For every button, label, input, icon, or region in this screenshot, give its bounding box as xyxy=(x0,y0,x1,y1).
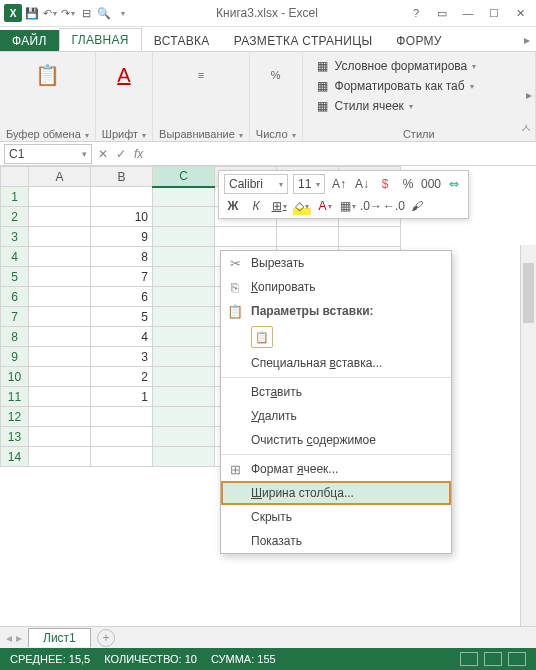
alignment-icon[interactable]: ≡ xyxy=(185,59,217,91)
ribbon-display-icon[interactable]: ▭ xyxy=(430,5,454,21)
cell-B2[interactable]: 10 xyxy=(91,207,153,227)
tab-page-layout[interactable]: РАЗМЕТКА СТРАНИЦЫ xyxy=(222,30,385,51)
row-header-12[interactable]: 12 xyxy=(1,407,29,427)
merge-icon[interactable]: ⇔ xyxy=(445,175,463,193)
cell-B4[interactable]: 8 xyxy=(91,247,153,267)
conditional-formatting[interactable]: ▦Условное форматирова▾ xyxy=(313,57,479,75)
row-header-2[interactable]: 2 xyxy=(1,207,29,227)
cell-A12[interactable] xyxy=(29,407,91,427)
cell-B6[interactable]: 6 xyxy=(91,287,153,307)
cell-A4[interactable] xyxy=(29,247,91,267)
row-header-6[interactable]: 6 xyxy=(1,287,29,307)
name-box[interactable]: C1▾ xyxy=(4,144,92,164)
cell-B3[interactable]: 9 xyxy=(91,227,153,247)
view-normal-icon[interactable] xyxy=(460,652,478,666)
bold-icon[interactable]: Ж xyxy=(224,197,242,215)
col-header-A[interactable]: A xyxy=(29,167,91,187)
cell-styles[interactable]: ▦Стили ячеек▾ xyxy=(313,97,479,115)
cell-C8[interactable] xyxy=(153,327,215,347)
cell-A3[interactable] xyxy=(29,227,91,247)
ctx-delete[interactable]: Удалить xyxy=(221,404,451,428)
ctx-copy[interactable]: ⎘Копировать xyxy=(221,275,451,299)
print-preview-icon[interactable]: 🔍 xyxy=(96,5,112,21)
cell-E3[interactable] xyxy=(277,227,339,247)
mini-font-size[interactable]: 11▾ xyxy=(293,174,325,194)
select-all-corner[interactable] xyxy=(1,167,29,187)
format-as-table[interactable]: ▦Форматировать как таб▾ xyxy=(313,77,479,95)
cell-C7[interactable] xyxy=(153,307,215,327)
cell-C1[interactable] xyxy=(153,187,215,207)
cell-B14[interactable] xyxy=(91,447,153,467)
cell-C11[interactable] xyxy=(153,387,215,407)
paste-icon[interactable]: 📋 xyxy=(31,59,63,91)
ctx-hide[interactable]: Скрыть xyxy=(221,505,451,529)
cell-B11[interactable]: 1 xyxy=(91,387,153,407)
confirm-entry-icon[interactable]: ✓ xyxy=(116,147,126,161)
percent-format-icon[interactable]: % xyxy=(399,175,417,193)
cell-A6[interactable] xyxy=(29,287,91,307)
row-header-3[interactable]: 3 xyxy=(1,227,29,247)
qat-customize-icon[interactable]: ▾ xyxy=(114,5,130,21)
sheet-prev-icon[interactable]: ◂ xyxy=(6,631,12,645)
row-header-5[interactable]: 5 xyxy=(1,267,29,287)
minimize-icon[interactable]: — xyxy=(456,5,480,21)
cell-C12[interactable] xyxy=(153,407,215,427)
view-page-layout-icon[interactable] xyxy=(484,652,502,666)
collapse-ribbon-icon[interactable]: ㅅ xyxy=(520,120,532,137)
italic-icon[interactable]: К xyxy=(247,197,265,215)
tab-formulas[interactable]: ФОРМУ xyxy=(384,30,453,51)
ctx-format-cells[interactable]: ⊞Формат ячеек... xyxy=(221,457,451,481)
border2-icon[interactable]: ▦▾ xyxy=(339,197,357,215)
cell-A5[interactable] xyxy=(29,267,91,287)
cell-A9[interactable] xyxy=(29,347,91,367)
decrease-font-icon[interactable]: A↓ xyxy=(353,175,371,193)
ctx-column-width[interactable]: Ширина столбца... xyxy=(221,481,451,505)
row-header-13[interactable]: 13 xyxy=(1,427,29,447)
number-icon[interactable]: % xyxy=(260,59,292,91)
cancel-entry-icon[interactable]: ✕ xyxy=(98,147,108,161)
vertical-scrollbar[interactable] xyxy=(520,245,536,626)
cell-A13[interactable] xyxy=(29,427,91,447)
cell-C4[interactable] xyxy=(153,247,215,267)
redo-icon[interactable]: ↷▾ xyxy=(60,5,76,21)
fill-color-icon[interactable]: ◇▾ xyxy=(293,197,311,215)
cell-A8[interactable] xyxy=(29,327,91,347)
row-header-4[interactable]: 4 xyxy=(1,247,29,267)
insert-function-icon[interactable]: fx xyxy=(134,147,143,161)
cell-C5[interactable] xyxy=(153,267,215,287)
borders-icon[interactable]: ⊞▾ xyxy=(270,197,288,215)
increase-font-icon[interactable]: A↑ xyxy=(330,175,348,193)
mini-font-name[interactable]: Calibri▾ xyxy=(224,174,288,194)
touch-mode-icon[interactable]: ⊟ xyxy=(78,5,94,21)
cell-A1[interactable] xyxy=(29,187,91,207)
tab-insert[interactable]: ВСТАВКА xyxy=(142,30,222,51)
add-sheet-icon[interactable]: ＋ xyxy=(97,629,115,647)
cell-A11[interactable] xyxy=(29,387,91,407)
cell-B7[interactable]: 5 xyxy=(91,307,153,327)
comma-format-icon[interactable]: 000 xyxy=(422,175,440,193)
help-icon[interactable]: ? xyxy=(404,5,428,21)
cell-C3[interactable] xyxy=(153,227,215,247)
format-painter-icon[interactable]: 🖌 xyxy=(408,197,426,215)
cell-B13[interactable] xyxy=(91,427,153,447)
row-header-14[interactable]: 14 xyxy=(1,447,29,467)
row-header-11[interactable]: 11 xyxy=(1,387,29,407)
cell-B8[interactable]: 4 xyxy=(91,327,153,347)
save-icon[interactable]: 💾 xyxy=(24,5,40,21)
ctx-show[interactable]: Показать xyxy=(221,529,451,553)
cell-B9[interactable]: 3 xyxy=(91,347,153,367)
close-icon[interactable]: ✕ xyxy=(508,5,532,21)
ribbon-scroll-right-icon[interactable]: ▸ xyxy=(526,88,532,102)
cell-B10[interactable]: 2 xyxy=(91,367,153,387)
ctx-cut[interactable]: ✂Вырезать xyxy=(221,251,451,275)
cell-D3[interactable] xyxy=(215,227,277,247)
cell-A14[interactable] xyxy=(29,447,91,467)
font-group-icon[interactable]: А xyxy=(108,59,140,91)
cell-C9[interactable] xyxy=(153,347,215,367)
row-header-9[interactable]: 9 xyxy=(1,347,29,367)
tab-overflow-icon[interactable]: ▸ xyxy=(518,29,536,51)
cell-B12[interactable] xyxy=(91,407,153,427)
sheet-tab-active[interactable]: Лист1 xyxy=(28,628,91,647)
ctx-clear-contents[interactable]: Очистить содержимое xyxy=(221,428,451,452)
increase-decimal-icon[interactable]: .0→ xyxy=(362,197,380,215)
